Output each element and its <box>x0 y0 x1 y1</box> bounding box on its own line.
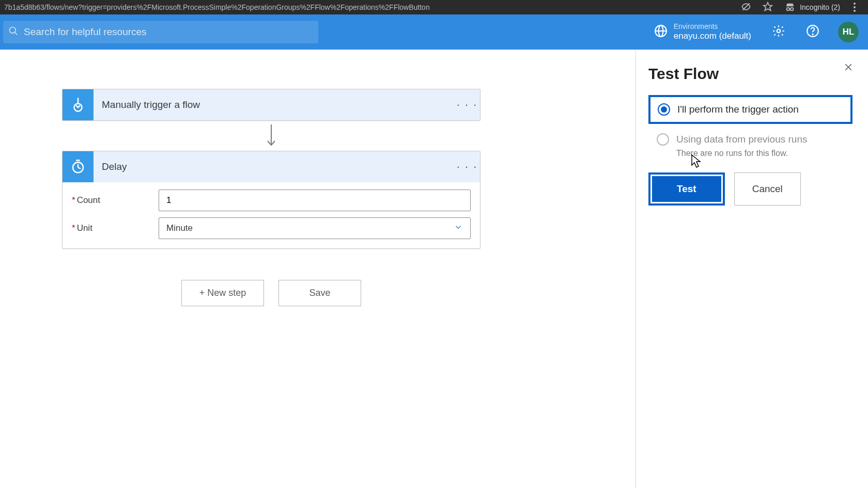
browser-chrome: 7b1a5d8b63/flows/new?trigger=providers%2… <box>0 0 868 14</box>
svg-point-1 <box>787 8 790 10</box>
pause-tracking-icon[interactable] <box>741 2 751 13</box>
radio-previous-runs: Using data from previous runs <box>648 124 853 148</box>
count-input[interactable] <box>159 190 471 211</box>
svg-line-5 <box>15 33 18 35</box>
settings-icon[interactable] <box>772 24 785 40</box>
svg-point-4 <box>10 27 16 34</box>
search-icon <box>8 26 19 38</box>
delay-card: Delay · · · *Count *Unit Minute <box>62 151 481 249</box>
trigger-card[interactable]: Manually trigger a flow · · · <box>62 89 481 121</box>
bookmark-icon[interactable] <box>763 2 773 13</box>
environment-picker[interactable]: Environments enayu.com (default) <box>654 22 751 41</box>
test-button[interactable]: Test <box>650 175 723 203</box>
browser-url: 7b1a5d8b63/flows/new?trigger=providers%2… <box>4 3 741 11</box>
close-icon[interactable] <box>843 62 854 74</box>
unit-value: Minute <box>166 223 193 233</box>
count-label: *Count <box>72 195 159 206</box>
incognito-indicator: Incognito (2) <box>784 2 840 13</box>
search-box[interactable] <box>3 21 318 43</box>
app-header: Environments enayu.com (default) HL <box>0 14 868 50</box>
avatar[interactable]: HL <box>838 22 859 42</box>
delay-menu-icon[interactable]: · · · <box>454 160 480 174</box>
cancel-button[interactable]: Cancel <box>734 172 801 206</box>
radio-perform-trigger[interactable]: I'll perform the trigger action <box>648 95 853 124</box>
svg-line-16 <box>78 167 81 169</box>
environment-label: Environments <box>674 22 751 31</box>
search-input[interactable] <box>19 26 313 38</box>
connector-arrow <box>62 121 481 151</box>
radio-unselected-icon <box>657 133 669 146</box>
trigger-menu-icon[interactable]: · · · <box>454 98 480 112</box>
unit-select[interactable]: Minute <box>159 217 471 239</box>
flow-canvas: Manually trigger a flow · · · Delay · · … <box>0 50 636 488</box>
delay-icon <box>63 151 94 182</box>
svg-point-2 <box>791 8 794 10</box>
radio-previous-label: Using data from previous runs <box>676 134 807 145</box>
new-step-button[interactable]: + New step <box>181 280 264 306</box>
test-flow-panel: Test Flow I'll perform the trigger actio… <box>636 50 868 488</box>
radio-selected-icon <box>658 103 670 116</box>
browser-menu-icon[interactable] <box>851 1 858 14</box>
count-input-field[interactable] <box>166 195 463 206</box>
no-runs-note: There are no runs for this flow. <box>648 149 853 158</box>
svg-point-11 <box>812 34 813 35</box>
trigger-title: Manually trigger a flow <box>94 99 454 111</box>
save-button[interactable]: Save <box>278 280 361 306</box>
incognito-label: Incognito (2) <box>800 3 840 11</box>
environment-icon <box>654 24 668 40</box>
environment-value: enayu.com (default) <box>674 31 751 41</box>
help-icon[interactable] <box>806 24 819 40</box>
svg-point-9 <box>777 29 781 33</box>
panel-title: Test Flow <box>648 65 853 83</box>
radio-perform-label: I'll perform the trigger action <box>677 104 799 115</box>
chevron-down-icon <box>454 223 463 234</box>
trigger-icon <box>63 89 94 120</box>
delay-title: Delay <box>94 161 454 172</box>
unit-label: *Unit <box>72 223 159 233</box>
delay-card-header[interactable]: Delay · · · <box>63 151 480 182</box>
